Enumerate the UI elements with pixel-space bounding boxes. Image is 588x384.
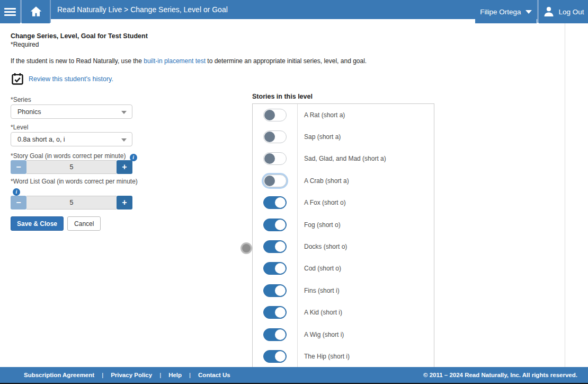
select-caret-icon <box>121 138 127 142</box>
intro-before: If the student is new to Read Naturally,… <box>11 57 144 65</box>
word-list-goal-stepper: − + <box>11 196 132 210</box>
story-label: A Fox (short o) <box>297 192 434 214</box>
series-select[interactable]: Phonics <box>11 104 132 119</box>
story-toggle-col <box>253 130 297 143</box>
stories-panel: A Rat (short a) Sap (short a) Sad, Glad,… <box>252 103 434 367</box>
user-name: Filipe Ortega <box>480 8 521 16</box>
story-row: The Hip (short i) <box>253 345 434 367</box>
footer-link-separator: | <box>102 372 103 378</box>
story-goal-stepper: − + <box>11 160 132 174</box>
story-toggle-col <box>253 284 297 297</box>
save-close-button[interactable]: Save & Close <box>11 216 64 231</box>
footer-links: Subscription Agreement|Privacy Policy|He… <box>24 372 230 378</box>
logout-button[interactable]: Log Out <box>539 0 588 23</box>
story-toggle[interactable] <box>263 240 287 253</box>
toggle-knob-icon <box>275 263 286 274</box>
footer-link[interactable]: Privacy Policy <box>111 372 152 378</box>
story-row: A Rat (short a) <box>253 104 434 126</box>
story-label: Cod (short o) <box>297 258 434 280</box>
toggle-knob-icon <box>275 329 286 340</box>
story-row: Sap (short a) <box>253 126 434 147</box>
story-toggle[interactable] <box>263 328 287 341</box>
story-row: Docks (short o) <box>253 235 434 257</box>
story-toggle-col <box>253 262 297 275</box>
story-label: The Hip (short i) <box>297 345 434 367</box>
story-toggle-col <box>253 152 297 165</box>
page-title: Change Series, Level, Goal for Test Stud… <box>11 32 148 40</box>
student-history-link[interactable]: Review this student's history. <box>29 75 113 83</box>
story-label: Sad, Glad, and Mad (short a) <box>297 148 434 170</box>
story-goal-increment-button[interactable]: + <box>117 160 132 174</box>
story-goal-decrement-button[interactable]: − <box>11 160 26 174</box>
level-selected-value: 0.8a short a, o, i <box>17 136 65 143</box>
cancel-button[interactable]: Cancel <box>67 216 101 231</box>
story-row: Fins (short i) <box>253 280 434 301</box>
toggle-knob-icon <box>275 241 286 252</box>
word-list-goal-label: *Word List Goal (in words correct per mi… <box>11 177 138 196</box>
home-button[interactable] <box>22 0 50 23</box>
story-label: Sap (short a) <box>297 126 434 147</box>
page-breadcrumb: Read Naturally Live > Change Series, Lev… <box>57 0 228 19</box>
toggle-knob-icon <box>275 197 286 208</box>
story-toggle-col <box>253 328 297 341</box>
word-list-goal-input[interactable] <box>26 196 117 210</box>
app-window: Read Naturally Live > Change Series, Lev… <box>0 0 588 384</box>
story-toggle-col <box>253 240 297 253</box>
footer-link[interactable]: Help <box>168 372 182 378</box>
intro-text: If the student is new to Read Naturally,… <box>11 57 367 65</box>
story-row: A Fox (short o) <box>253 192 434 214</box>
story-toggle-col <box>253 174 297 187</box>
required-note: *Required <box>11 41 39 48</box>
story-toggle[interactable] <box>263 306 287 319</box>
story-label: A Wig (short i) <box>297 324 434 345</box>
story-toggle[interactable] <box>263 174 287 187</box>
word-list-goal-decrement-button[interactable]: − <box>11 196 26 210</box>
header-divider <box>50 0 51 23</box>
story-row: A Kid (short i) <box>253 302 434 324</box>
footer: Subscription Agreement|Privacy Policy|He… <box>0 367 588 383</box>
content-edge-divider <box>565 23 565 367</box>
story-toggle-col <box>253 306 297 319</box>
hamburger-icon <box>4 6 16 18</box>
info-icon[interactable]: i <box>13 188 20 196</box>
calendar-check-icon <box>11 72 24 86</box>
toggle-knob-icon <box>275 351 286 362</box>
copyright-text: © 2011 – 2024 Read Naturally, Inc. All r… <box>423 372 577 378</box>
footer-link[interactable]: Contact Us <box>198 372 230 378</box>
stories-panel-title: Stories in this level <box>252 93 313 100</box>
level-label: *Level <box>11 124 28 131</box>
cursor-indicator <box>240 242 252 254</box>
toggle-knob-icon <box>275 307 286 318</box>
story-row: Fog (short o) <box>253 214 434 235</box>
story-row: A Wig (short i) <box>253 324 434 345</box>
toggle-knob-icon <box>275 220 286 230</box>
menu-button[interactable] <box>0 0 20 23</box>
story-toggle[interactable] <box>263 196 287 209</box>
footer-link[interactable]: Subscription Agreement <box>24 372 94 378</box>
story-label: Docks (short o) <box>297 235 434 257</box>
select-caret-icon <box>121 111 127 114</box>
story-toggle[interactable] <box>263 350 287 363</box>
user-menu[interactable]: Filipe Ortega <box>475 0 537 23</box>
word-list-goal-increment-button[interactable]: + <box>117 196 132 210</box>
story-toggle[interactable] <box>263 109 287 121</box>
story-toggle[interactable] <box>263 262 287 275</box>
series-selected-value: Phonics <box>17 108 41 116</box>
story-row: A Crab (short a) <box>253 170 434 191</box>
level-select[interactable]: 0.8a short a, o, i <box>11 132 132 146</box>
story-toggle[interactable] <box>263 219 287 231</box>
story-row: Cod (short o) <box>253 258 434 280</box>
story-label: A Crab (short a) <box>297 170 434 191</box>
toggle-knob-icon <box>264 132 275 142</box>
story-label: Fins (short i) <box>297 280 434 301</box>
story-toggle[interactable] <box>263 152 287 165</box>
toggle-knob-icon <box>264 176 275 186</box>
story-toggle[interactable] <box>263 130 287 143</box>
story-toggle[interactable] <box>263 284 287 297</box>
story-toggle-col <box>253 196 297 209</box>
story-goal-input[interactable] <box>26 160 117 174</box>
story-label: A Kid (short i) <box>297 302 434 324</box>
placement-test-link[interactable]: built-in placement test <box>144 57 206 65</box>
person-icon <box>542 5 555 18</box>
home-icon <box>29 5 43 19</box>
